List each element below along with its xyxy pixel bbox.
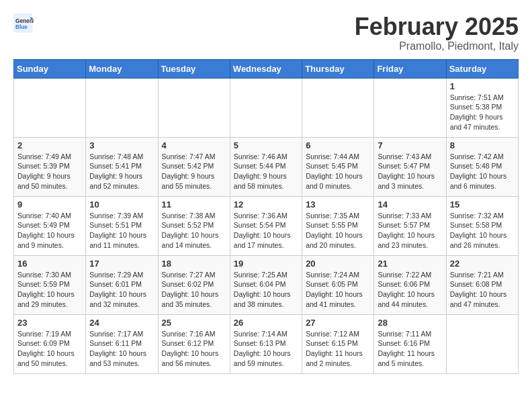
- calendar-week-row: 16Sunrise: 7:30 AM Sunset: 5:59 PM Dayli…: [14, 255, 519, 314]
- day-info: Sunrise: 7:44 AM Sunset: 5:45 PM Dayligh…: [306, 152, 370, 191]
- day-number: 15: [450, 199, 515, 210]
- day-number: 2: [17, 140, 82, 150]
- calendar-day-header: Wednesday: [230, 59, 302, 78]
- calendar-cell: 8Sunrise: 7:42 AM Sunset: 5:48 PM Daylig…: [446, 137, 518, 196]
- calendar-cell: 10Sunrise: 7:39 AM Sunset: 5:51 PM Dayli…: [86, 196, 158, 255]
- day-number: 23: [17, 318, 82, 328]
- day-number: 25: [162, 318, 226, 328]
- day-info: Sunrise: 7:32 AM Sunset: 5:58 PM Dayligh…: [450, 211, 515, 250]
- day-number: 6: [306, 140, 370, 150]
- calendar-day-header: Tuesday: [158, 59, 230, 78]
- calendar-day-header: Monday: [86, 59, 158, 78]
- day-number: 14: [378, 199, 442, 210]
- day-number: 13: [306, 199, 370, 210]
- calendar-cell: 13Sunrise: 7:35 AM Sunset: 5:55 PM Dayli…: [302, 196, 374, 255]
- page-header: General Blue February 2025 Pramollo, Pie…: [13, 13, 519, 52]
- day-info: Sunrise: 7:24 AM Sunset: 6:05 PM Dayligh…: [306, 270, 370, 310]
- calendar-cell: [158, 78, 230, 137]
- day-info: Sunrise: 7:33 AM Sunset: 5:57 PM Dayligh…: [378, 211, 442, 250]
- day-info: Sunrise: 7:14 AM Sunset: 6:13 PM Dayligh…: [234, 329, 298, 369]
- calendar-cell: 12Sunrise: 7:36 AM Sunset: 5:54 PM Dayli…: [230, 196, 302, 255]
- calendar-cell: 22Sunrise: 7:21 AM Sunset: 6:08 PM Dayli…: [446, 255, 518, 314]
- day-number: 27: [306, 318, 370, 328]
- day-info: Sunrise: 7:21 AM Sunset: 6:08 PM Dayligh…: [450, 270, 515, 310]
- calendar-cell: 4Sunrise: 7:47 AM Sunset: 5:42 PM Daylig…: [158, 137, 230, 196]
- day-number: 3: [89, 140, 154, 150]
- calendar-cell: 19Sunrise: 7:25 AM Sunset: 6:04 PM Dayli…: [230, 255, 302, 314]
- day-info: Sunrise: 7:39 AM Sunset: 5:51 PM Dayligh…: [89, 211, 154, 250]
- calendar-header-row: SundayMondayTuesdayWednesdayThursdayFrid…: [14, 59, 519, 78]
- title-section: February 2025 Pramollo, Piedmont, Italy: [355, 13, 519, 52]
- day-number: 8: [450, 140, 515, 150]
- calendar-table: SundayMondayTuesdayWednesdayThursdayFrid…: [13, 59, 519, 374]
- calendar-cell: 20Sunrise: 7:24 AM Sunset: 6:05 PM Dayli…: [302, 255, 374, 314]
- day-number: 19: [234, 259, 298, 269]
- day-number: 17: [89, 259, 154, 269]
- calendar-cell: 9Sunrise: 7:40 AM Sunset: 5:49 PM Daylig…: [14, 196, 86, 255]
- calendar-cell: 16Sunrise: 7:30 AM Sunset: 5:59 PM Dayli…: [14, 255, 86, 314]
- location-subtitle: Pramollo, Piedmont, Italy: [355, 40, 519, 52]
- svg-text:Blue: Blue: [15, 24, 28, 30]
- day-info: Sunrise: 7:48 AM Sunset: 5:41 PM Dayligh…: [89, 152, 154, 191]
- logo: General Blue: [13, 13, 36, 34]
- day-number: 4: [162, 140, 226, 150]
- day-info: Sunrise: 7:25 AM Sunset: 6:04 PM Dayligh…: [234, 270, 298, 310]
- day-info: Sunrise: 7:27 AM Sunset: 6:02 PM Dayligh…: [162, 270, 226, 310]
- calendar-cell: 27Sunrise: 7:12 AM Sunset: 6:15 PM Dayli…: [302, 314, 374, 373]
- calendar-week-row: 9Sunrise: 7:40 AM Sunset: 5:49 PM Daylig…: [14, 196, 519, 255]
- calendar-cell: 21Sunrise: 7:22 AM Sunset: 6:06 PM Dayli…: [374, 255, 446, 314]
- day-number: 22: [450, 259, 515, 269]
- day-info: Sunrise: 7:35 AM Sunset: 5:55 PM Dayligh…: [306, 211, 370, 250]
- calendar-cell: 1Sunrise: 7:51 AM Sunset: 5:38 PM Daylig…: [446, 78, 518, 137]
- day-number: 16: [17, 259, 82, 269]
- day-number: 28: [378, 318, 442, 328]
- calendar-cell: 18Sunrise: 7:27 AM Sunset: 6:02 PM Dayli…: [158, 255, 230, 314]
- calendar-cell: 28Sunrise: 7:11 AM Sunset: 6:16 PM Dayli…: [374, 314, 446, 373]
- day-number: 7: [378, 140, 442, 150]
- day-number: 10: [89, 199, 154, 210]
- day-info: Sunrise: 7:17 AM Sunset: 6:11 PM Dayligh…: [89, 329, 154, 369]
- calendar-cell: [230, 78, 302, 137]
- day-number: 11: [162, 199, 226, 210]
- day-number: 5: [234, 140, 298, 150]
- calendar-cell: 6Sunrise: 7:44 AM Sunset: 5:45 PM Daylig…: [302, 137, 374, 196]
- calendar-cell: 17Sunrise: 7:29 AM Sunset: 6:01 PM Dayli…: [86, 255, 158, 314]
- day-info: Sunrise: 7:49 AM Sunset: 5:39 PM Dayligh…: [17, 152, 82, 191]
- calendar-cell: 15Sunrise: 7:32 AM Sunset: 5:58 PM Dayli…: [446, 196, 518, 255]
- calendar-cell: 14Sunrise: 7:33 AM Sunset: 5:57 PM Dayli…: [374, 196, 446, 255]
- calendar-cell: 5Sunrise: 7:46 AM Sunset: 5:44 PM Daylig…: [230, 137, 302, 196]
- calendar-cell: [14, 78, 86, 137]
- calendar-day-header: Sunday: [14, 59, 86, 78]
- day-info: Sunrise: 7:38 AM Sunset: 5:52 PM Dayligh…: [162, 211, 226, 250]
- calendar-cell: [374, 78, 446, 137]
- day-info: Sunrise: 7:12 AM Sunset: 6:15 PM Dayligh…: [306, 329, 370, 369]
- calendar-day-header: Friday: [374, 59, 446, 78]
- calendar-cell: 24Sunrise: 7:17 AM Sunset: 6:11 PM Dayli…: [86, 314, 158, 373]
- day-number: 26: [234, 318, 298, 328]
- calendar-cell: 23Sunrise: 7:19 AM Sunset: 6:09 PM Dayli…: [14, 314, 86, 373]
- day-number: 1: [450, 81, 515, 91]
- day-info: Sunrise: 7:22 AM Sunset: 6:06 PM Dayligh…: [378, 270, 442, 310]
- day-info: Sunrise: 7:19 AM Sunset: 6:09 PM Dayligh…: [17, 329, 82, 369]
- day-number: 21: [378, 259, 442, 269]
- day-info: Sunrise: 7:46 AM Sunset: 5:44 PM Dayligh…: [234, 152, 298, 191]
- logo-icon: General Blue: [13, 13, 34, 34]
- day-info: Sunrise: 7:43 AM Sunset: 5:47 PM Dayligh…: [378, 152, 442, 191]
- calendar-day-header: Saturday: [446, 59, 518, 78]
- day-number: 18: [162, 259, 226, 269]
- calendar-week-row: 23Sunrise: 7:19 AM Sunset: 6:09 PM Dayli…: [14, 314, 519, 373]
- calendar-week-row: 1Sunrise: 7:51 AM Sunset: 5:38 PM Daylig…: [14, 78, 519, 137]
- day-info: Sunrise: 7:16 AM Sunset: 6:12 PM Dayligh…: [162, 329, 226, 369]
- day-info: Sunrise: 7:47 AM Sunset: 5:42 PM Dayligh…: [162, 152, 226, 191]
- calendar-week-row: 2Sunrise: 7:49 AM Sunset: 5:39 PM Daylig…: [14, 137, 519, 196]
- day-info: Sunrise: 7:42 AM Sunset: 5:48 PM Dayligh…: [450, 152, 515, 191]
- calendar-cell: 11Sunrise: 7:38 AM Sunset: 5:52 PM Dayli…: [158, 196, 230, 255]
- calendar-cell: [302, 78, 374, 137]
- day-number: 9: [17, 199, 82, 210]
- calendar-day-header: Thursday: [302, 59, 374, 78]
- calendar-cell: 2Sunrise: 7:49 AM Sunset: 5:39 PM Daylig…: [14, 137, 86, 196]
- calendar-cell: [86, 78, 158, 137]
- day-number: 12: [234, 199, 298, 210]
- day-info: Sunrise: 7:51 AM Sunset: 5:38 PM Dayligh…: [450, 93, 515, 132]
- day-number: 20: [306, 259, 370, 269]
